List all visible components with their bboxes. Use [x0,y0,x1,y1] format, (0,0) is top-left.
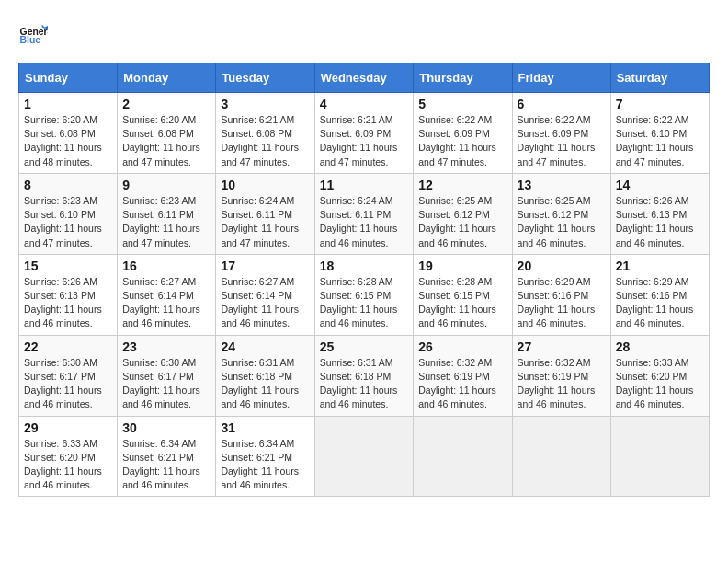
header-monday: Monday [118,63,216,93]
day-info: Sunrise: 6:24 AM Sunset: 6:11 PM Dayligh… [221,194,309,250]
calendar-table: SundayMondayTuesdayWednesdayThursdayFrid… [18,63,710,497]
day-info: Sunrise: 6:28 AM Sunset: 6:15 PM Dayligh… [320,275,409,331]
day-info: Sunrise: 6:31 AM Sunset: 6:18 PM Dayligh… [320,356,409,412]
logo-icon: General Blue [18,18,48,48]
day-info: Sunrise: 6:22 AM Sunset: 6:09 PM Dayligh… [518,113,606,169]
day-info: Sunrise: 6:21 AM Sunset: 6:08 PM Dayligh… [221,113,309,169]
header-friday: Friday [512,63,610,93]
day-number: 2 [122,97,210,111]
header-tuesday: Tuesday [216,63,314,93]
day-number: 26 [418,339,506,354]
day-number: 3 [221,97,309,111]
day-number: 5 [418,97,506,111]
day-info: Sunrise: 6:29 AM Sunset: 6:16 PM Dayligh… [616,275,704,331]
day-info: Sunrise: 6:26 AM Sunset: 6:13 PM Dayligh… [24,275,112,331]
day-info: Sunrise: 6:32 AM Sunset: 6:19 PM Dayligh… [418,356,506,412]
calendar-cell: 18Sunrise: 6:28 AM Sunset: 6:15 PM Dayli… [314,254,414,335]
calendar-cell: 3Sunrise: 6:21 AM Sunset: 6:08 PM Daylig… [216,93,314,174]
week-row-4: 22Sunrise: 6:30 AM Sunset: 6:17 PM Dayli… [19,335,710,416]
calendar-cell: 27Sunrise: 6:32 AM Sunset: 6:19 PM Dayli… [512,335,610,416]
calendar-cell: 20Sunrise: 6:29 AM Sunset: 6:16 PM Dayli… [512,254,610,335]
day-number: 28 [616,339,704,354]
day-number: 25 [320,339,409,354]
day-number: 30 [122,420,210,435]
calendar-cell [610,416,709,497]
day-info: Sunrise: 6:27 AM Sunset: 6:14 PM Dayligh… [221,275,309,331]
day-info: Sunrise: 6:23 AM Sunset: 6:10 PM Dayligh… [24,194,112,250]
day-number: 14 [616,178,704,192]
day-number: 31 [221,420,309,435]
day-number: 22 [24,339,112,354]
week-row-3: 15Sunrise: 6:26 AM Sunset: 6:13 PM Dayli… [19,254,710,335]
day-info: Sunrise: 6:20 AM Sunset: 6:08 PM Dayligh… [24,113,112,169]
day-info: Sunrise: 6:33 AM Sunset: 6:20 PM Dayligh… [24,437,112,493]
day-number: 18 [320,259,409,273]
calendar-cell: 31Sunrise: 6:34 AM Sunset: 6:21 PM Dayli… [216,416,314,497]
week-row-2: 8Sunrise: 6:23 AM Sunset: 6:10 PM Daylig… [19,173,710,254]
day-info: Sunrise: 6:30 AM Sunset: 6:17 PM Dayligh… [122,356,210,412]
day-info: Sunrise: 6:31 AM Sunset: 6:18 PM Dayligh… [221,356,309,412]
day-number: 11 [320,178,409,192]
day-number: 20 [518,259,606,273]
header-saturday: Saturday [610,63,709,93]
calendar-cell: 13Sunrise: 6:25 AM Sunset: 6:12 PM Dayli… [512,173,610,254]
day-number: 6 [518,97,606,111]
calendar-cell: 30Sunrise: 6:34 AM Sunset: 6:21 PM Dayli… [118,416,216,497]
day-number: 13 [518,178,606,192]
calendar-cell [512,416,610,497]
day-number: 17 [221,259,309,273]
day-number: 19 [418,259,506,273]
calendar-cell [314,416,414,497]
day-info: Sunrise: 6:23 AM Sunset: 6:11 PM Dayligh… [122,194,210,250]
day-number: 7 [616,97,704,111]
calendar-cell: 21Sunrise: 6:29 AM Sunset: 6:16 PM Dayli… [610,254,709,335]
day-number: 8 [24,178,112,192]
day-info: Sunrise: 6:26 AM Sunset: 6:13 PM Dayligh… [616,194,704,250]
day-info: Sunrise: 6:34 AM Sunset: 6:21 PM Dayligh… [122,437,210,493]
day-info: Sunrise: 6:27 AM Sunset: 6:14 PM Dayligh… [122,275,210,331]
calendar-cell: 29Sunrise: 6:33 AM Sunset: 6:20 PM Dayli… [19,416,118,497]
calendar-cell: 19Sunrise: 6:28 AM Sunset: 6:15 PM Dayli… [414,254,512,335]
day-info: Sunrise: 6:25 AM Sunset: 6:12 PM Dayligh… [518,194,606,250]
day-number: 21 [616,259,704,273]
svg-text:Blue: Blue [20,35,41,45]
logo: General Blue [18,18,53,48]
week-row-5: 29Sunrise: 6:33 AM Sunset: 6:20 PM Dayli… [19,416,710,497]
calendar-cell: 12Sunrise: 6:25 AM Sunset: 6:12 PM Dayli… [414,173,512,254]
calendar-cell: 22Sunrise: 6:30 AM Sunset: 6:17 PM Dayli… [19,335,118,416]
day-info: Sunrise: 6:20 AM Sunset: 6:08 PM Dayligh… [122,113,210,169]
calendar-cell: 16Sunrise: 6:27 AM Sunset: 6:14 PM Dayli… [118,254,216,335]
calendar-cell: 17Sunrise: 6:27 AM Sunset: 6:14 PM Dayli… [216,254,314,335]
calendar-cell: 23Sunrise: 6:30 AM Sunset: 6:17 PM Dayli… [118,335,216,416]
day-info: Sunrise: 6:22 AM Sunset: 6:10 PM Dayligh… [616,113,704,169]
day-number: 1 [24,97,112,111]
day-number: 16 [122,259,210,273]
week-row-1: 1Sunrise: 6:20 AM Sunset: 6:08 PM Daylig… [19,93,710,174]
calendar-cell: 26Sunrise: 6:32 AM Sunset: 6:19 PM Dayli… [414,335,512,416]
day-number: 15 [24,259,112,273]
calendar-cell: 10Sunrise: 6:24 AM Sunset: 6:11 PM Dayli… [216,173,314,254]
calendar-cell: 4Sunrise: 6:21 AM Sunset: 6:09 PM Daylig… [314,93,414,174]
calendar-cell: 8Sunrise: 6:23 AM Sunset: 6:10 PM Daylig… [19,173,118,254]
day-number: 9 [122,178,210,192]
calendar-header-row: SundayMondayTuesdayWednesdayThursdayFrid… [19,63,710,93]
day-number: 12 [418,178,506,192]
calendar-cell: 25Sunrise: 6:31 AM Sunset: 6:18 PM Dayli… [314,335,414,416]
header-sunday: Sunday [19,63,118,93]
calendar-cell [414,416,512,497]
day-info: Sunrise: 6:30 AM Sunset: 6:17 PM Dayligh… [24,356,112,412]
day-info: Sunrise: 6:32 AM Sunset: 6:19 PM Dayligh… [518,356,606,412]
day-number: 29 [24,420,112,435]
day-info: Sunrise: 6:25 AM Sunset: 6:12 PM Dayligh… [418,194,506,250]
calendar-cell: 28Sunrise: 6:33 AM Sunset: 6:20 PM Dayli… [610,335,709,416]
calendar-cell: 15Sunrise: 6:26 AM Sunset: 6:13 PM Dayli… [19,254,118,335]
header-wednesday: Wednesday [314,63,414,93]
day-info: Sunrise: 6:28 AM Sunset: 6:15 PM Dayligh… [418,275,506,331]
day-info: Sunrise: 6:24 AM Sunset: 6:11 PM Dayligh… [320,194,409,250]
day-info: Sunrise: 6:29 AM Sunset: 6:16 PM Dayligh… [518,275,606,331]
calendar-cell: 24Sunrise: 6:31 AM Sunset: 6:18 PM Dayli… [216,335,314,416]
day-number: 23 [122,339,210,354]
calendar-cell: 2Sunrise: 6:20 AM Sunset: 6:08 PM Daylig… [118,93,216,174]
day-info: Sunrise: 6:34 AM Sunset: 6:21 PM Dayligh… [221,437,309,493]
header-thursday: Thursday [414,63,512,93]
